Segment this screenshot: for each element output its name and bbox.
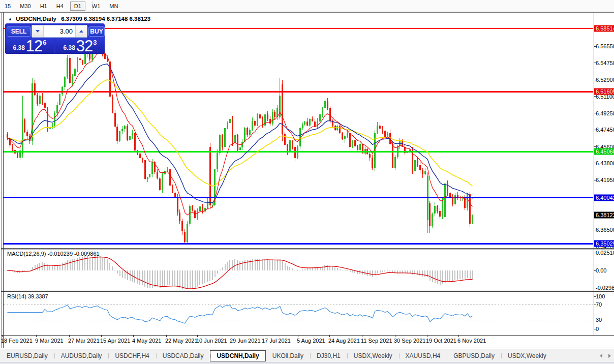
price-badge: 6.40042	[594, 194, 614, 201]
chart-window-left-border-outer	[1, 12, 2, 348]
ma-fast-line	[8, 52, 473, 215]
sell-price-prefix: 6.38	[13, 44, 24, 51]
toolbar-separator	[92, 1, 93, 11]
buy-button[interactable]: BUY	[88, 26, 105, 37]
date-tick-label: 4 May 2021	[132, 338, 161, 344]
indicator-axis-label: 0.00	[596, 267, 606, 274]
indicator-axis-label: 30	[596, 317, 602, 323]
macd-signal-line	[8, 257, 473, 289]
tab-audusd-daily[interactable]: AUDUSD,Daily	[54, 350, 109, 361]
trading-platform-window: 15M30H1H4D1W1MN ▲ USDCNH,Daily 6.37309 6…	[0, 0, 614, 364]
sell-price-big: 12	[26, 40, 42, 53]
timeframe-d1[interactable]: D1	[70, 2, 85, 11]
price-tick-label: 6.49250	[596, 110, 614, 116]
price-tick-label: 6.54750	[596, 60, 614, 66]
rsi-separator-bottom	[1, 291, 614, 292]
tab-usdcad-daily[interactable]: USDCAD,Daily	[156, 350, 210, 361]
buy-price-sup: 3	[93, 39, 97, 46]
buy-price-big: 32	[76, 40, 93, 53]
timeframe-h4[interactable]: H4	[54, 2, 66, 10]
tab-eurusd-daily[interactable]: EURUSD,Daily	[0, 350, 54, 361]
date-tick-label: 6 Nov 2021	[457, 338, 486, 344]
timeframe-w1[interactable]: W1	[89, 2, 103, 10]
date-tick-label: 30 Sep 2021	[394, 338, 425, 344]
tab-xauusd-h4[interactable]: XAUUSD,H4	[399, 350, 447, 361]
price-badge: 6.58514	[594, 25, 614, 32]
chart-title: ▲ USDCNH,Daily 6.37309 6.38194 6.37148 6…	[8, 16, 150, 22]
axis-tick-marks	[2, 46, 596, 337]
price-tick-label: 6.43800	[596, 160, 614, 166]
date-tick-label: 9 Mar 2021	[35, 338, 64, 344]
tab-scroll-right-icon[interactable]	[608, 354, 611, 358]
timeframe-15[interactable]: 15	[2, 2, 13, 10]
rsi-label: RSI(14) 39.3387	[7, 293, 48, 299]
macd-histogram	[7, 256, 473, 289]
volume-decrease-button[interactable]	[32, 25, 44, 37]
ma-slow-line	[8, 80, 473, 186]
buy-price-prefix: 6.38	[63, 44, 75, 51]
chevron-down-icon	[36, 30, 40, 33]
tab-usdchf-h4[interactable]: USDCHF,H4	[108, 350, 156, 361]
date-tick-label: 17 Jul 2021	[262, 338, 291, 344]
sell-button[interactable]: SELL	[7, 26, 31, 37]
date-tick-label: 29 Jun 2021	[230, 338, 261, 344]
timeframe-m30[interactable]: M30	[17, 2, 33, 10]
chart-ohlc: 6.37309 6.38194 6.37148 6.38123	[61, 16, 150, 22]
date-tick-label: 24 Aug 2021	[328, 338, 360, 344]
price-badge: 6.38123	[594, 212, 614, 219]
volume-input[interactable]: 3.00	[44, 25, 75, 37]
date-tick-label: 27 Mar 2021	[68, 338, 100, 344]
date-tick-label: 11 Sep 2021	[361, 338, 392, 344]
date-tick-label: 10 Jun 2021	[196, 338, 227, 344]
chevron-up-icon	[79, 30, 83, 33]
tab-ukoil-daily[interactable]: UKOil,Daily	[266, 350, 310, 361]
chart-tab-bar: EURUSD,DailyAUDUSD,DailyUSDCHF,H4USDCAD,…	[0, 349, 614, 362]
timeframe-toolbar: 15M30H1H4D1W1MN	[0, 0, 614, 12]
volume-spinner: 3.00	[32, 25, 87, 38]
panel-bottom-border	[1, 335, 614, 336]
tab-scroll-arrows	[600, 349, 611, 362]
tab-usdx-weekly[interactable]: USDX,Weekly	[501, 350, 553, 361]
indicator-axis-label: -0.02988	[596, 285, 614, 291]
macd-separator-bottom	[1, 250, 614, 250]
price-tick-label: 6.36500	[596, 227, 614, 233]
date-tick-label: 22 May 2021	[165, 338, 198, 344]
horizontal-level-lines	[4, 28, 593, 244]
date-tick-label: 18 Feb 2021	[1, 338, 33, 344]
chart-window-left-border-inner	[3, 12, 4, 348]
price-tick-label: 6.41950	[596, 177, 614, 183]
rsi-line	[8, 305, 473, 323]
timeframe-mn[interactable]: MN	[107, 2, 120, 10]
ma-mid-line	[8, 64, 473, 203]
timeframe-h1[interactable]: H1	[38, 2, 50, 10]
indicator-axis-label: 0.02510	[596, 250, 614, 256]
indicator-axis-label: 100	[596, 293, 605, 299]
date-tick-label: 5 Aug 2021	[297, 338, 325, 344]
chart-window-top-border	[0, 12, 614, 13]
rsi-separator-top	[1, 290, 614, 290]
sell-price-box[interactable]: 6.38 12 6	[5, 37, 54, 54]
date-tick-label: 15 Apr 2021	[100, 338, 130, 344]
price-tick-label: 6.47450	[596, 127, 614, 133]
date-tick-label: 19 Oct 2021	[426, 338, 456, 344]
tab-gbpusd-daily[interactable]: GBPUSD,Daily	[447, 350, 501, 361]
trade-panel-top-row: SELL 3.00 BUY	[5, 23, 105, 37]
trade-panel-price-row: 6.38 12 6 6.38 32 3	[5, 37, 105, 54]
tab-dj30-h1[interactable]: DJ30,H1	[310, 350, 347, 361]
price-badge: 6.51605	[594, 88, 614, 95]
chart-symbol: USDCNH,Daily	[16, 16, 56, 22]
tab-scroll-left-icon[interactable]	[600, 354, 602, 358]
tab-usdx-weekly[interactable]: USDX,Weekly	[347, 350, 399, 361]
status-strip	[0, 362, 614, 364]
price-axis-line	[594, 12, 594, 336]
price-tick-label: 6.56550	[596, 43, 614, 49]
chart-window-bottom-border	[0, 348, 614, 348]
tab-usdcnh-daily[interactable]: USDCNH,Daily	[210, 350, 265, 361]
candlestick-series	[7, 35, 473, 244]
macd-label: MACD(12,26,9) -0.010239 -0.009861	[7, 251, 100, 257]
price-badge: 6.45060	[594, 148, 614, 155]
sell-price-sup: 6	[43, 39, 46, 46]
volume-increase-button[interactable]	[75, 25, 87, 37]
buy-price-box[interactable]: 6.38 32 3	[55, 37, 105, 54]
chart-collapse-icon[interactable]: ▲	[8, 17, 12, 21]
